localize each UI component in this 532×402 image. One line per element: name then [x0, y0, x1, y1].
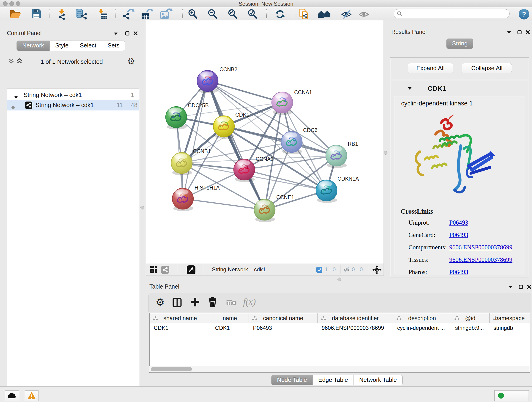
network-node-ccna2[interactable]: CCNA2 [234, 156, 273, 182]
zoom-fit-icon[interactable] [227, 8, 239, 19]
main-toolbar: ? [0, 7, 532, 20]
horizontal-splitter-handle[interactable] [337, 278, 341, 281]
close-panel-icon[interactable] [133, 31, 138, 37]
warnings-button[interactable] [25, 390, 38, 401]
tab-edge-table[interactable]: Edge Table [313, 375, 354, 385]
node-table[interactable]: shared name name canonical name database… [149, 313, 530, 373]
column-header-description[interactable]: description [393, 313, 451, 323]
open-in-new-window-icon[interactable] [187, 265, 196, 275]
network-node-cdkn1a[interactable]: CDKN1A [316, 176, 359, 203]
help-button[interactable]: ? [519, 9, 529, 19]
network-row-selected[interactable]: String Network – cdk1 11 48 [7, 100, 139, 110]
right-splitter-handle[interactable] [384, 151, 387, 155]
tab-network[interactable]: Network [17, 41, 50, 51]
tab-node-table[interactable]: Node Table [271, 375, 313, 385]
search-input[interactable] [394, 9, 510, 18]
collapse-all-button[interactable]: Collapse All [462, 63, 512, 73]
show-all-icon[interactable] [358, 8, 370, 19]
birds-eye-view-icon[interactable] [150, 266, 157, 275]
automation-cloud-button[interactable] [5, 390, 19, 401]
first-neighbors-icon[interactable] [317, 8, 330, 19]
network-node-ccna1[interactable]: CCNA1 [272, 89, 312, 115]
panel-menu-icon[interactable] [114, 32, 118, 36]
open-session-icon[interactable] [9, 8, 22, 19]
left-splitter-handle[interactable] [140, 206, 144, 210]
tab-string[interactable]: String [446, 38, 473, 49]
network-edge[interactable] [183, 81, 208, 199]
column-header-id[interactable]: @id [451, 313, 489, 323]
expand-all-networks-icon[interactable] [17, 58, 23, 65]
column-header-canonical-name[interactable]: canonical name [249, 313, 317, 323]
panel-menu-icon[interactable] [508, 286, 513, 290]
float-panel-icon[interactable] [519, 285, 523, 290]
current-network-dot-icon [11, 104, 15, 111]
column-header-namespace[interactable]: namespace [490, 313, 530, 323]
table-panel: Table Panel ⚙ f(x) shared name name cano… [146, 281, 532, 385]
column-header-database-identifier[interactable]: database identifier [317, 313, 393, 323]
fit-selected-crosshair-icon[interactable] [372, 265, 381, 276]
zoom-in-icon[interactable] [187, 8, 199, 19]
expand-all-button[interactable]: Expand All [408, 63, 453, 73]
tab-select[interactable]: Select [74, 41, 102, 51]
panel-menu-icon[interactable] [507, 31, 511, 35]
cell-shared-name[interactable]: CDK1 [150, 323, 211, 332]
column-header-name[interactable]: name [211, 313, 249, 323]
new-network-from-selection-icon[interactable] [298, 8, 310, 19]
tab-sets[interactable]: Sets [102, 41, 125, 51]
network-edge[interactable] [183, 199, 265, 210]
cell-name[interactable]: CDK1 [211, 323, 249, 332]
export-image-icon[interactable] [160, 8, 172, 19]
network-node-hist1h1a[interactable]: HIST1H1A [172, 185, 220, 211]
selected-checkbox-icon[interactable] [317, 267, 322, 274]
import-network-database-icon[interactable] [75, 8, 87, 19]
float-panel-icon[interactable] [517, 30, 522, 36]
cell-description[interactable]: cyclin-dependent ... [393, 323, 451, 332]
gene-section-expander-icon[interactable] [407, 87, 412, 91]
network-options-gear-icon[interactable]: ⚙ [127, 57, 135, 65]
table-options-gear-icon[interactable]: ⚙ [156, 297, 165, 307]
table-horizontal-scrollbar[interactable] [149, 366, 530, 372]
network-node-rb1[interactable]: RB1 [326, 141, 358, 168]
tab-style[interactable]: Style [50, 41, 74, 51]
memory-status-icon [498, 392, 504, 399]
scrollbar-thumb[interactable] [151, 367, 192, 371]
cell-namespace[interactable]: stringdb [489, 323, 530, 332]
crosslink-compartments-link[interactable]: 9606.ENSP00000378699 [449, 244, 512, 251]
string-network-icon [25, 102, 32, 109]
network-graph[interactable]: CCNB2CCNA1CDC25BCDK1CDC6RB1CCNB1CCNA2CDK… [146, 20, 383, 263]
network-node-ccnb2[interactable]: CCNB2 [197, 66, 237, 93]
network-collection-row[interactable]: String Network – cdk1 1 [7, 90, 139, 100]
string-style-icon[interactable] [161, 266, 169, 275]
cell-id[interactable]: stringdb:9... [451, 323, 489, 332]
save-session-icon[interactable] [31, 8, 43, 19]
network-canvas[interactable]: CCNB2CCNA1CDC25BCDK1CDC6RB1CCNB1CCNA2CDK… [146, 20, 384, 264]
crosslink-pharos-link[interactable]: P06493 [449, 269, 468, 276]
crosslink-genecard-link[interactable]: P06493 [449, 231, 468, 239]
netbar-separator [340, 265, 341, 274]
crosslink-uniprot-link[interactable]: P06493 [449, 219, 468, 226]
delete-column-trash-icon[interactable] [208, 297, 217, 308]
tab-network-table[interactable]: Network Table [354, 375, 403, 385]
float-panel-icon[interactable] [125, 31, 130, 37]
apply-layout-icon[interactable] [274, 8, 286, 19]
cell-database-identifier[interactable]: 9606.ENSP00000378699 [317, 323, 393, 332]
memory-button[interactable]: Memory [494, 390, 529, 401]
export-table-icon[interactable] [141, 8, 153, 19]
network-node-cdc6[interactable]: CDC6 [281, 127, 317, 154]
cell-canonical-name[interactable]: P06493 [249, 323, 317, 332]
hide-selected-icon[interactable] [341, 8, 353, 19]
import-network-file-icon[interactable] [56, 8, 68, 19]
column-header-shared-name[interactable]: shared name [150, 313, 211, 323]
export-network-icon[interactable] [122, 8, 134, 19]
zoom-out-icon[interactable] [207, 8, 219, 19]
close-panel-icon[interactable] [526, 30, 530, 36]
show-columns-icon[interactable] [172, 298, 182, 308]
import-table-file-icon[interactable] [96, 8, 109, 19]
collection-expander-icon[interactable] [14, 93, 18, 100]
crosslink-tissues-link[interactable]: 9606.ENSP00000378699 [449, 256, 512, 263]
zoom-selected-icon[interactable] [247, 8, 259, 19]
collapse-all-networks-icon[interactable] [8, 58, 15, 65]
table-row[interactable]: CDK1 CDK1 P06493 9606.ENSP00000378699 cy… [150, 323, 530, 332]
create-column-icon[interactable] [190, 297, 200, 308]
close-panel-icon[interactable] [527, 285, 532, 290]
